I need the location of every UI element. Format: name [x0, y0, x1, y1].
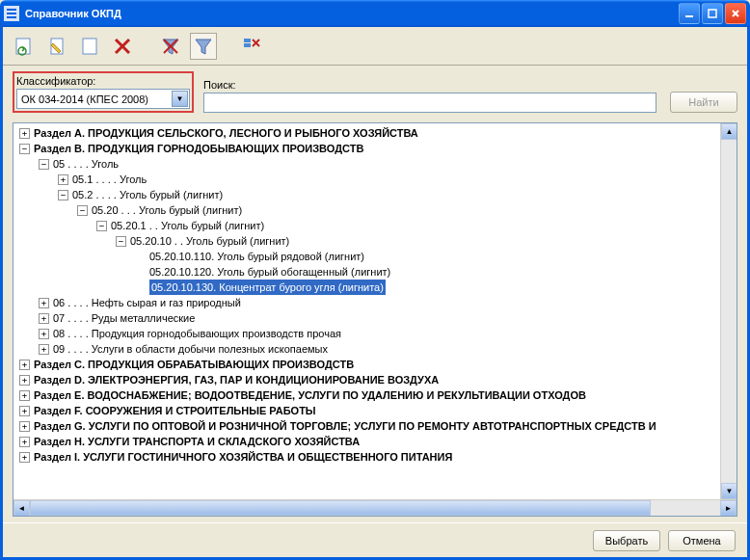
tree-label: 05.20.1 . . Уголь бурый (лигнит) [111, 218, 264, 233]
delete-icon[interactable] [109, 33, 136, 60]
tree-row[interactable]: −Раздел B. ПРОДУКЦИЯ ГОРНОДОБЫВАЮЩИХ ПРО… [15, 141, 735, 156]
svg-rect-1 [7, 9, 16, 11]
expand-icon[interactable]: + [58, 174, 68, 185]
tree-row[interactable]: −05.20.10 . . Уголь бурый (лигнит) [15, 233, 735, 249]
tree-label: Раздел F. СООРУЖЕНИЯ И СТРОИТЕЛЬНЫЕ РАБО… [34, 403, 316, 418]
tree-row[interactable]: 05.20.10.120. Уголь бурый обогащенный (л… [15, 264, 735, 280]
tree-label: 06 . . . . Нефть сырая и газ природный [53, 295, 241, 310]
new-icon[interactable] [76, 33, 103, 60]
tree-row[interactable]: +Раздел C. ПРОДУКЦИЯ ОБРАБАТЫВАЮЩИХ ПРОИ… [15, 357, 735, 372]
expand-icon[interactable]: + [19, 437, 30, 447]
svg-rect-4 [685, 15, 693, 17]
tree-panel: +Раздел A. ПРОДУКЦИЯ СЕЛЬСКОГО, ЛЕСНОГО … [13, 122, 737, 517]
titlebar[interactable]: Справочник ОКПД [0, 0, 750, 27]
tree-row[interactable]: 05.20.10.130. Концентрат бурого угля (ли… [15, 280, 735, 295]
expand-icon[interactable]: + [19, 128, 30, 139]
expand-icon[interactable]: + [39, 329, 49, 339]
tree-label: 05.1 . . . . Уголь [72, 172, 147, 187]
expand-icon[interactable]: + [19, 390, 30, 401]
scroll-right-icon[interactable]: ► [720, 500, 737, 517]
tree-row[interactable]: +Раздел A. ПРОДУКЦИЯ СЕЛЬСКОГО, ЛЕСНОГО … [15, 125, 735, 141]
tree-label: 07 . . . . Руды металлические [53, 310, 195, 326]
edit-icon[interactable] [43, 33, 70, 60]
svg-rect-16 [244, 39, 251, 42]
tree-label: 09 . . . . Услуги в области добычи полез… [53, 341, 328, 357]
tree-row[interactable]: +Раздел I. УСЛУГИ ГОСТИНИЧНОГО ХОЗЯЙСТВА… [15, 449, 735, 465]
tree-row[interactable]: +Раздел F. СООРУЖЕНИЯ И СТРОИТЕЛЬНЫЕ РАБ… [15, 403, 735, 418]
tree-row[interactable]: +06 . . . . Нефть сырая и газ природный [15, 295, 735, 310]
tree-row[interactable]: +05.1 . . . . Уголь [15, 172, 735, 187]
tree-row[interactable]: 05.20.10.110. Уголь бурый рядовой (лигни… [15, 249, 735, 264]
filter-column-icon[interactable] [238, 33, 265, 60]
toolbar [3, 27, 747, 66]
collapse-icon[interactable]: − [39, 159, 49, 170]
tree-row[interactable]: +Раздел G. УСЛУГИ ПО ОПТОВОЙ И РОЗНИЧНОЙ… [15, 418, 735, 434]
horizontal-scrollbar[interactable]: ◄ ► [13, 499, 737, 516]
collapse-icon[interactable]: − [77, 205, 88, 216]
search-input[interactable] [203, 93, 656, 113]
expand-icon[interactable]: + [19, 452, 30, 463]
tree-row[interactable]: −05 . . . . Уголь [15, 156, 735, 172]
tree-row[interactable]: +09 . . . . Услуги в области добычи поле… [15, 341, 735, 357]
vertical-scrollbar[interactable]: ▲ ▼ [720, 123, 737, 499]
chevron-down-icon[interactable]: ▼ [172, 91, 188, 107]
collapse-icon[interactable]: − [19, 144, 30, 154]
collapse-icon[interactable]: − [116, 236, 126, 247]
tree-label: 05 . . . . Уголь [53, 156, 119, 172]
tree-row[interactable]: −05.20.1 . . Уголь бурый (лигнит) [15, 218, 735, 233]
tree-row[interactable]: +Раздел E. ВОДОСНАБЖЕНИЕ; ВОДООТВЕДЕНИЕ,… [15, 387, 735, 403]
svg-rect-5 [709, 10, 716, 17]
tree-label: Раздел A. ПРОДУКЦИЯ СЕЛЬСКОГО, ЛЕСНОГО И… [34, 125, 418, 141]
maximize-button[interactable] [702, 3, 723, 24]
scroll-down-icon[interactable]: ▼ [721, 483, 737, 499]
filter-funnel-icon[interactable] [157, 33, 184, 60]
find-button[interactable]: Найти [670, 92, 737, 113]
scrollbar-thumb[interactable] [30, 500, 651, 516]
tree-row[interactable]: −05.2 . . . . Уголь бурый (лигнит) [15, 187, 735, 202]
svg-rect-3 [7, 16, 16, 18]
tree-row[interactable]: +Раздел H. УСЛУГИ ТРАНСПОРТА И СКЛАДСКОГ… [15, 434, 735, 449]
classifier-combo[interactable]: ОК 034-2014 (КПЕС 2008) ▼ [16, 89, 190, 109]
footer: Выбрать Отмена [3, 522, 747, 557]
expand-icon[interactable]: + [19, 421, 30, 432]
tree-row[interactable]: +Раздел D. ЭЛЕКТРОЭНЕРГИЯ, ГАЗ, ПАР И КО… [15, 372, 735, 387]
minimize-button[interactable] [679, 3, 700, 24]
tree-row[interactable]: +07 . . . . Руды металлические [15, 310, 735, 326]
classifier-highlight: Классификатор: ОК 034-2014 (КПЕС 2008) ▼ [13, 71, 194, 113]
expand-icon[interactable]: + [19, 375, 30, 386]
scroll-up-icon[interactable]: ▲ [721, 123, 737, 140]
classifier-label: Классификатор: [16, 75, 190, 87]
tree-label: 05.20 . . . Уголь бурый (лигнит) [92, 202, 242, 218]
search-label: Поиск: [203, 79, 660, 91]
tree-row[interactable]: +08 . . . . Продукция горнодобывающих пр… [15, 326, 735, 341]
tree-label: 05.20.10.110. Уголь бурый рядовой (лигни… [149, 249, 364, 264]
svg-rect-2 [7, 13, 16, 14]
cancel-button[interactable]: Отмена [668, 530, 736, 551]
collapse-icon[interactable]: − [58, 190, 68, 200]
expand-icon[interactable]: + [39, 344, 49, 355]
tree-label: 08 . . . . Продукция горнодобывающих про… [53, 326, 341, 341]
expand-icon[interactable]: + [19, 406, 30, 416]
tree-label: 05.20.10 . . Уголь бурый (лигнит) [130, 233, 289, 249]
tree[interactable]: +Раздел A. ПРОДУКЦИЯ СЕЛЬСКОГО, ЛЕСНОГО … [13, 123, 737, 499]
select-button[interactable]: Выбрать [593, 530, 660, 551]
collapse-icon[interactable]: − [96, 221, 107, 231]
classifier-value: ОК 034-2014 (КПЕС 2008) [21, 93, 148, 105]
close-button[interactable] [725, 3, 746, 24]
tree-label: Раздел H. УСЛУГИ ТРАНСПОРТА И СКЛАДСКОГО… [34, 434, 360, 449]
tree-label: Раздел D. ЭЛЕКТРОЭНЕРГИЯ, ГАЗ, ПАР И КОН… [34, 372, 439, 387]
refresh-icon[interactable] [11, 33, 38, 60]
scroll-left-icon[interactable]: ◄ [13, 500, 30, 517]
tree-label: 05.20.10.120. Уголь бурый обогащенный (л… [149, 264, 390, 280]
svg-rect-17 [244, 43, 251, 47]
svg-rect-11 [83, 39, 96, 54]
expand-icon[interactable]: + [39, 298, 49, 308]
filter-row: Классификатор: ОК 034-2014 (КПЕС 2008) ▼… [3, 66, 747, 122]
window-title: Справочник ОКПД [25, 8, 121, 19]
tree-label: 05.2 . . . . Уголь бурый (лигнит) [72, 187, 223, 202]
expand-icon[interactable]: + [39, 313, 49, 324]
expand-icon[interactable]: + [19, 360, 30, 370]
app-icon [4, 6, 19, 21]
tree-row[interactable]: −05.20 . . . Уголь бурый (лигнит) [15, 202, 735, 218]
filter-icon[interactable] [190, 33, 217, 60]
